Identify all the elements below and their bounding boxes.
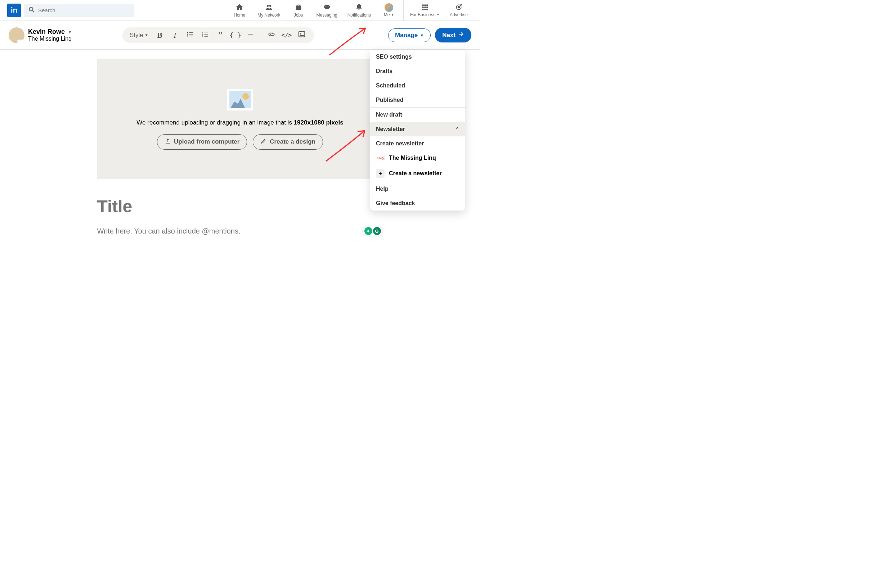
people-icon bbox=[265, 3, 273, 12]
svg-point-19 bbox=[187, 32, 188, 33]
nav-jobs[interactable]: Jobs bbox=[286, 0, 311, 21]
nav-business[interactable]: For Business▼ bbox=[405, 0, 445, 21]
dropdown-seo-settings[interactable]: SEO settings bbox=[370, 50, 465, 64]
format-toolbar: Style ▼ B I 123 ” { } </> bbox=[122, 27, 314, 43]
svg-point-0 bbox=[29, 7, 33, 11]
editor-fields: ✦ G bbox=[97, 179, 383, 236]
svg-rect-31 bbox=[248, 34, 253, 34]
message-icon bbox=[323, 3, 331, 12]
code-block-button[interactable]: { } bbox=[228, 28, 243, 42]
dropdown-label: The Missing Linq bbox=[389, 155, 436, 161]
dropdown-newsletter[interactable]: Newsletter ⌃ bbox=[370, 122, 465, 136]
design-btn-label: Create a design bbox=[270, 138, 316, 146]
svg-rect-30 bbox=[204, 36, 208, 37]
body-input[interactable] bbox=[97, 227, 362, 236]
linkedin-logo[interactable]: in bbox=[7, 4, 21, 17]
dropdown-drafts[interactable]: Drafts bbox=[370, 64, 465, 78]
nav-label: Home bbox=[234, 13, 245, 18]
dropdown-scheduled[interactable]: Scheduled bbox=[370, 78, 465, 93]
avatar-icon bbox=[385, 3, 393, 12]
nav-label: Jobs bbox=[294, 13, 303, 18]
svg-rect-12 bbox=[424, 6, 425, 8]
arrow-right-icon bbox=[458, 31, 464, 39]
svg-rect-22 bbox=[189, 34, 192, 34]
chevron-down-icon: ▼ bbox=[145, 33, 148, 37]
dropdown-create-newsletter[interactable]: Create newsletter bbox=[370, 136, 465, 151]
quote-button[interactable]: ” bbox=[213, 28, 228, 42]
svg-rect-9 bbox=[424, 4, 425, 6]
plus-icon: + bbox=[376, 169, 385, 178]
chevron-up-icon: ⌃ bbox=[455, 126, 460, 132]
numbered-list-button[interactable]: 123 bbox=[198, 28, 212, 42]
upload-from-computer-button[interactable]: Upload from computer bbox=[157, 134, 247, 150]
svg-point-3 bbox=[269, 4, 272, 6]
dropdown-label: Create a newsletter bbox=[389, 170, 442, 177]
svg-point-2 bbox=[267, 4, 269, 6]
dropdown-help[interactable]: Help bbox=[370, 182, 465, 196]
braces-icon: { } bbox=[229, 31, 241, 39]
chevron-down-icon: ▼ bbox=[68, 30, 72, 34]
svg-rect-28 bbox=[204, 34, 208, 34]
search-box[interactable] bbox=[24, 4, 134, 17]
editor-area: We recommend uploading or dragging in an… bbox=[0, 50, 480, 236]
svg-rect-26 bbox=[204, 32, 208, 32]
svg-rect-11 bbox=[422, 6, 424, 8]
target-icon bbox=[455, 4, 462, 12]
header-actions: Manage ▼ Next bbox=[388, 28, 471, 42]
dropdown-published[interactable]: Published bbox=[370, 93, 465, 107]
nav-messaging[interactable]: Messaging bbox=[311, 0, 343, 21]
svg-rect-10 bbox=[426, 4, 428, 6]
style-dropdown[interactable]: Style ▼ bbox=[128, 32, 152, 39]
author-block[interactable]: LINQ Kevin Rowe ▼ The Missing Linq bbox=[9, 27, 102, 43]
svg-point-6 bbox=[326, 6, 327, 7]
nav-label: Advertise bbox=[450, 12, 468, 17]
nav-me[interactable]: Me▼ bbox=[376, 0, 402, 21]
nav-notifications[interactable]: Notifications bbox=[343, 0, 376, 21]
embed-button[interactable]: </> bbox=[280, 28, 294, 42]
grammarly-widget[interactable]: ✦ G bbox=[362, 226, 383, 236]
design-icon bbox=[260, 138, 267, 146]
nav-home[interactable]: Home bbox=[227, 0, 253, 21]
nav-label: For Business bbox=[410, 12, 435, 17]
linq-badge-icon: LINQ bbox=[17, 40, 26, 44]
assistant-icon: ✦ bbox=[364, 227, 372, 235]
manage-dropdown: SEO settings Drafts Scheduled Published … bbox=[370, 50, 465, 210]
numbered-list-icon: 123 bbox=[201, 31, 209, 40]
home-icon bbox=[236, 3, 244, 12]
bullet-list-button[interactable] bbox=[183, 28, 197, 42]
svg-point-23 bbox=[187, 35, 188, 36]
author-avatar: LINQ bbox=[9, 27, 24, 43]
nav-label: Me bbox=[384, 12, 390, 17]
svg-point-7 bbox=[328, 6, 328, 7]
image-button[interactable] bbox=[295, 28, 309, 42]
dropdown-new-draft[interactable]: New draft bbox=[370, 108, 465, 122]
style-label: Style bbox=[129, 32, 143, 39]
nav-advertise[interactable]: Advertise bbox=[445, 0, 473, 21]
divider-button[interactable] bbox=[244, 28, 258, 42]
chevron-down-icon: ▼ bbox=[391, 13, 394, 16]
nav-label: Notifications bbox=[347, 13, 371, 18]
minus-icon bbox=[247, 31, 254, 39]
list-icon bbox=[186, 31, 194, 40]
italic-button[interactable]: I bbox=[168, 28, 182, 42]
briefcase-icon bbox=[295, 3, 302, 12]
dropdown-create-a-newsletter[interactable]: + Create a newsletter bbox=[370, 165, 465, 182]
title-input[interactable] bbox=[97, 196, 383, 216]
search-icon bbox=[28, 6, 35, 15]
svg-line-1 bbox=[33, 10, 34, 12]
dropdown-feedback[interactable]: Give feedback bbox=[370, 196, 465, 210]
chevron-down-icon: ▼ bbox=[436, 13, 440, 16]
svg-point-33 bbox=[300, 33, 301, 34]
svg-rect-20 bbox=[189, 32, 192, 33]
bold-button[interactable]: B bbox=[153, 28, 167, 42]
image-placeholder-icon bbox=[227, 89, 253, 111]
link-button[interactable] bbox=[264, 28, 279, 42]
linq-logo-icon: LINQ bbox=[376, 155, 385, 161]
dropdown-newsletter-linq[interactable]: LINQ The Missing Linq bbox=[370, 151, 465, 165]
cover-uploader[interactable]: We recommend uploading or dragging in an… bbox=[97, 59, 383, 179]
search-input[interactable] bbox=[38, 7, 129, 14]
manage-button[interactable]: Manage ▼ bbox=[388, 28, 431, 42]
create-design-button[interactable]: Create a design bbox=[253, 134, 323, 150]
next-button[interactable]: Next bbox=[435, 28, 471, 42]
nav-network[interactable]: My Network bbox=[253, 0, 285, 21]
